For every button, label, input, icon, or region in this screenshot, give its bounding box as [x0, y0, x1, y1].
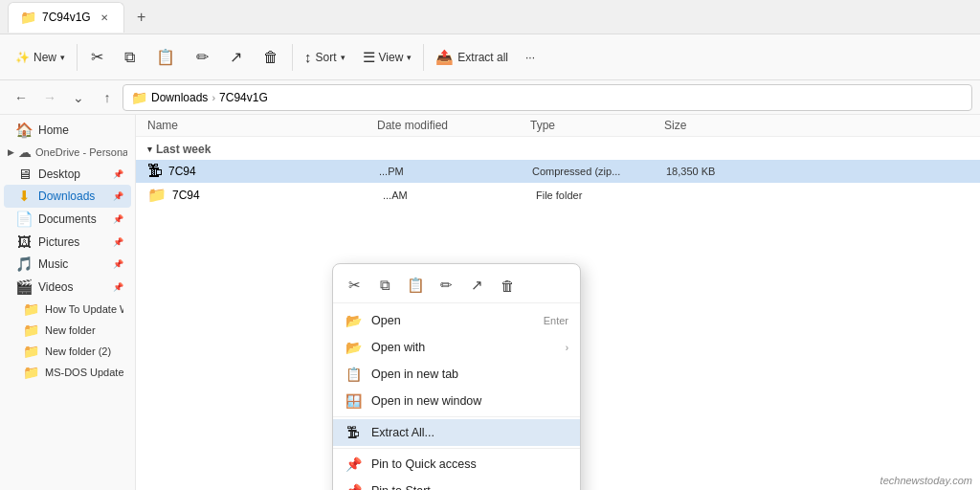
tab-close-button[interactable]: ✕: [97, 10, 112, 25]
sidebar-item-desktop[interactable]: 🖥 Desktop 📌: [4, 163, 131, 185]
ctx-separator-1: [333, 416, 580, 417]
ctx-cut-button[interactable]: ✂: [341, 272, 368, 299]
downloads-pin-icon: 📌: [113, 191, 123, 201]
back-button[interactable]: ←: [8, 84, 34, 111]
forward-button[interactable]: →: [36, 84, 63, 111]
sort-button[interactable]: ↕ Sort ▾: [297, 40, 353, 75]
window-tab[interactable]: 📁 7C94v1G ✕: [8, 2, 124, 33]
sidebar-folder3[interactable]: 📁 New folder (2): [4, 341, 131, 362]
extract-icon: 📤: [435, 49, 454, 66]
copy-button[interactable]: ⧉: [115, 38, 145, 77]
extract-all-button[interactable]: 📤 Extract all: [428, 40, 516, 75]
file-size-1: 18,350 KB: [666, 166, 762, 177]
rename-icon: ✏: [196, 48, 209, 66]
ctx-open-tab-label: Open in new tab: [371, 368, 568, 381]
copy-icon: ⧉: [124, 49, 135, 66]
rename-button[interactable]: ✏: [187, 38, 218, 77]
view-label: View: [379, 51, 404, 64]
ctx-open-with[interactable]: 📂 Open with ›: [333, 334, 580, 361]
folder2-label: New folder: [45, 324, 96, 336]
new-label: New: [33, 51, 56, 64]
music-icon: 🎵: [15, 256, 33, 273]
ctx-pin-start[interactable]: 📌 Pin to Start: [333, 478, 580, 490]
ctx-delete-button[interactable]: 🗑: [494, 272, 521, 299]
tab-folder-icon: 📁: [20, 10, 36, 25]
new-icon: ✨: [15, 51, 30, 64]
ctx-open-new-window[interactable]: 🪟 Open in new window: [333, 388, 580, 414]
sidebar-folder1[interactable]: 📁 How To Update Wi...: [4, 299, 131, 320]
view-button[interactable]: ☰ View ▾: [355, 40, 420, 75]
share-button[interactable]: ↗: [220, 38, 252, 77]
folder3-icon: 📁: [23, 344, 39, 359]
folder4-icon: 📁: [23, 365, 39, 380]
breadcrumb-folder-icon: 📁: [131, 90, 147, 105]
sidebar-group-onedrive[interactable]: ▶ ☁ OneDrive - Persona...: [0, 142, 135, 163]
nav-bar: ← → ⌄ ↑ 📁 Downloads › 7C94v1G: [0, 80, 980, 115]
ctx-paste-button[interactable]: 📋: [402, 272, 429, 299]
folder2-icon: 📁: [23, 323, 39, 338]
ctx-pin-start-label: Pin to Start: [371, 484, 568, 490]
delete-button[interactable]: 🗑: [254, 38, 288, 77]
col-header-type: Type: [530, 119, 664, 132]
desktop-pin-icon: 📌: [113, 169, 123, 179]
breadcrumb-current[interactable]: 7C94v1G: [219, 91, 268, 104]
file-date-2: ...AM: [383, 189, 536, 201]
sidebar-folder4[interactable]: 📁 MS-DOS Update: [4, 362, 131, 383]
ctx-open-icon: 📂: [345, 313, 362, 328]
toolbar-separator-1: [77, 44, 78, 71]
new-tab-button[interactable]: +: [128, 4, 155, 31]
sidebar-item-home[interactable]: 🏠 Home: [4, 119, 131, 142]
extract-label: Extract all: [457, 51, 508, 64]
sort-icon: ↕: [304, 49, 312, 65]
file-type-1: Compressed (zip...: [532, 166, 666, 177]
sidebar-item-pictures[interactable]: 🖼 Pictures 📌: [4, 231, 131, 253]
onedrive-icon: ☁: [18, 145, 32, 160]
ctx-open-with-arrow-icon: ›: [566, 343, 568, 353]
sidebar-home-label: Home: [38, 123, 69, 137]
tab-title: 7C94v1G: [42, 11, 91, 24]
ctx-open-window-label: Open in new window: [371, 394, 568, 408]
breadcrumb-downloads[interactable]: Downloads: [151, 91, 208, 104]
ctx-share-button[interactable]: ↗: [463, 272, 490, 299]
file-name-1: 7C94: [168, 165, 379, 178]
ctx-copy-button[interactable]: ⧉: [371, 272, 398, 299]
ctx-pin-qa-icon: 📌: [345, 457, 362, 472]
pictures-icon: 🖼: [15, 234, 33, 250]
paste-button[interactable]: 📋: [146, 38, 185, 77]
sidebar-item-music[interactable]: 🎵 Music 📌: [4, 253, 131, 276]
ctx-open-with-label: Open with: [371, 341, 556, 354]
col-header-date: Date modified: [377, 119, 530, 132]
sidebar-item-documents[interactable]: 📄 Documents 📌: [4, 208, 131, 231]
folder1-icon: 📁: [23, 301, 39, 317]
table-row[interactable]: 🗜 7C94 ...PM Compressed (zip... 18,350 K…: [136, 160, 980, 183]
ctx-pin-quick-access[interactable]: 📌 Pin to Quick access: [333, 451, 580, 478]
file-folder-icon: 📁: [147, 186, 167, 204]
ctx-open-new-tab[interactable]: 📋 Open in new tab: [333, 361, 580, 388]
more-button[interactable]: ···: [518, 40, 543, 75]
cut-button[interactable]: ✂: [81, 38, 113, 77]
breadcrumb[interactable]: 📁 Downloads › 7C94v1G: [122, 84, 972, 111]
new-button[interactable]: ✨ New ▾: [8, 40, 73, 75]
ctx-extract-all[interactable]: 🗜 Extract All...: [333, 419, 580, 446]
folder4-label: MS-DOS Update: [45, 367, 123, 378]
sidebar-videos-label: Videos: [38, 280, 73, 294]
ctx-rename-button[interactable]: ✏: [433, 272, 459, 299]
ctx-extract-icon: 🗜: [345, 425, 362, 440]
sidebar-item-downloads[interactable]: ⬇ Downloads 📌: [4, 185, 131, 208]
up-button[interactable]: ↑: [94, 84, 121, 111]
sidebar-folder2[interactable]: 📁 New folder: [4, 320, 131, 341]
file-content-area: Name Date modified Type Size ▾ Last week…: [136, 115, 980, 490]
folder3-label: New folder (2): [45, 345, 111, 357]
folder1-label: How To Update Wi...: [45, 303, 123, 315]
new-chevron-icon: ▾: [60, 53, 65, 62]
recent-button[interactable]: ⌄: [65, 84, 92, 111]
documents-icon: 📄: [15, 211, 33, 228]
ctx-open[interactable]: 📂 Open Enter: [333, 307, 580, 334]
ctx-extract-label: Extract All...: [371, 426, 568, 439]
title-bar: 📁 7C94v1G ✕ +: [0, 0, 980, 34]
onedrive-expand-icon: ▶: [8, 147, 14, 157]
table-row[interactable]: 📁 7C94 ...AM File folder: [136, 183, 980, 207]
sidebar-item-videos[interactable]: 🎬 Videos 📌: [4, 276, 131, 299]
downloads-icon: ⬇: [15, 188, 33, 205]
toolbar-separator-3: [423, 44, 424, 71]
